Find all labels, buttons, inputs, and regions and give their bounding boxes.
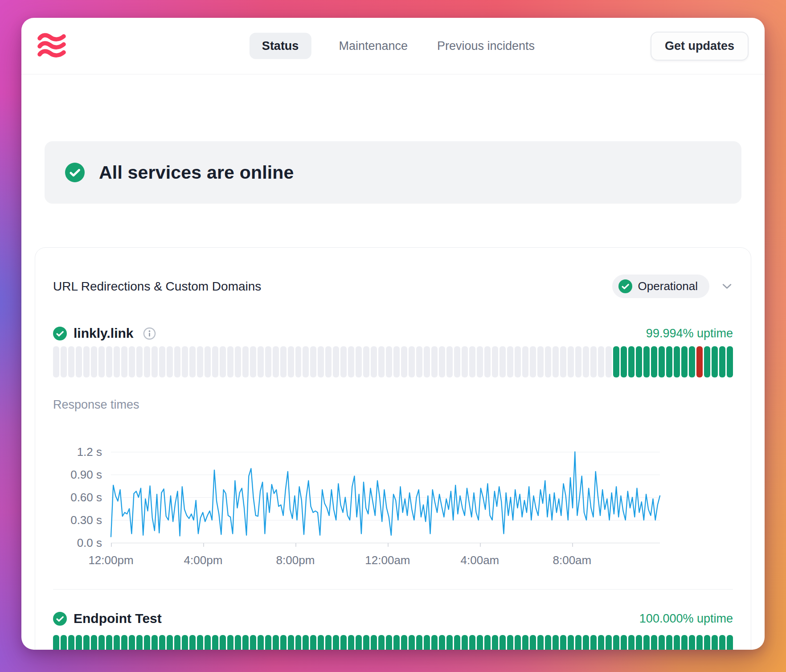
uptime-day-bar-empty[interactable] [401,346,407,377]
uptime-day-bar-up[interactable] [727,635,733,650]
uptime-day-bar-empty[interactable] [144,346,150,377]
uptime-day-bar-up[interactable] [689,346,695,377]
uptime-day-bar-empty[interactable] [340,346,347,377]
uptime-day-bar-up[interactable] [568,635,574,650]
uptime-day-bar-empty[interactable] [530,346,536,377]
uptime-day-bar-up[interactable] [681,635,688,650]
uptime-day-bar-up[interactable] [393,635,400,650]
uptime-day-bar-up[interactable] [227,635,233,650]
uptime-day-bar-up[interactable] [325,635,332,650]
uptime-day-bar-up[interactable] [53,635,59,650]
uptime-day-bar-empty[interactable] [477,346,483,377]
uptime-day-bar-empty[interactable] [220,346,226,377]
uptime-day-bar-up[interactable] [205,635,211,650]
uptime-day-bar-up[interactable] [515,635,521,650]
uptime-day-bar-empty[interactable] [212,346,218,377]
uptime-day-bar-empty[interactable] [409,346,415,377]
uptime-day-bar-up[interactable] [590,635,597,650]
uptime-day-bar-empty[interactable] [507,346,513,377]
uptime-day-bar-empty[interactable] [499,346,506,377]
uptime-day-bar-up[interactable] [477,635,483,650]
uptime-day-bar-up[interactable] [61,635,67,650]
uptime-day-bar-up[interactable] [492,635,498,650]
uptime-day-bar-empty[interactable] [280,346,287,377]
uptime-day-bar-up[interactable] [651,635,657,650]
uptime-day-bar-empty[interactable] [393,346,400,377]
uptime-day-bar-empty[interactable] [91,346,97,377]
uptime-day-bar-up[interactable] [295,635,302,650]
uptime-day-bar-empty[interactable] [454,346,460,377]
uptime-day-bar-up[interactable] [250,635,256,650]
uptime-day-bar-empty[interactable] [121,346,127,377]
uptime-day-bar-empty[interactable] [174,346,180,377]
uptime-day-bar-up[interactable] [106,635,112,650]
uptime-day-bar-up[interactable] [636,635,642,650]
uptime-day-bar-empty[interactable] [348,346,354,377]
uptime-day-bar-up[interactable] [643,635,650,650]
uptime-day-bar-empty[interactable] [106,346,112,377]
uptime-day-bar-empty[interactable] [583,346,589,377]
uptime-day-bar-up[interactable] [189,635,196,650]
uptime-day-bar-up[interactable] [643,346,650,377]
uptime-day-bar-up[interactable] [424,635,430,650]
uptime-day-bar-up[interactable] [469,635,475,650]
uptime-day-bar-up[interactable] [310,635,316,650]
tab-previous-incidents[interactable]: Previous incidents [435,33,536,59]
uptime-day-bar-up[interactable] [719,346,725,377]
uptime-day-bar-empty[interactable] [363,346,369,377]
uptime-day-bar-empty[interactable] [492,346,498,377]
uptime-day-bar-up[interactable] [182,635,188,650]
uptime-day-bar-up[interactable] [613,346,619,377]
uptime-day-bar-up[interactable] [712,346,718,377]
uptime-day-bar-up[interactable] [575,635,581,650]
uptime-day-bar-up[interactable] [537,635,544,650]
uptime-day-bar-up[interactable] [98,635,105,650]
uptime-day-bar-up[interactable] [114,635,120,650]
uptime-day-bar-up[interactable] [258,635,264,650]
uptime-day-bar-up[interactable] [303,635,309,650]
uptime-day-bar-empty[interactable] [598,346,604,377]
uptime-day-bar-up[interactable] [674,346,680,377]
tab-maintenance[interactable]: Maintenance [337,33,409,59]
uptime-day-bar-up[interactable] [583,635,589,650]
uptime-day-bar-empty[interactable] [303,346,309,377]
uptime-day-bar-up[interactable] [628,635,635,650]
uptime-day-bar-empty[interactable] [318,346,324,377]
uptime-day-bar-up[interactable] [484,635,491,650]
uptime-day-bar-up[interactable] [499,635,506,650]
uptime-day-bar-up[interactable] [318,635,324,650]
uptime-day-bar-up[interactable] [553,635,559,650]
uptime-day-bar-empty[interactable] [325,346,332,377]
uptime-day-bar-empty[interactable] [242,346,249,377]
uptime-day-bar-empty[interactable] [416,346,422,377]
uptime-day-bar-empty[interactable] [590,346,597,377]
uptime-day-bar-up[interactable] [636,346,642,377]
uptime-day-bar-up[interactable] [235,635,241,650]
uptime-day-bar-up[interactable] [288,635,294,650]
uptime-day-bar-up[interactable] [446,635,453,650]
uptime-day-bar-empty[interactable] [537,346,544,377]
uptime-day-bar-up[interactable] [121,635,127,650]
uptime-day-bar-empty[interactable] [197,346,203,377]
uptime-day-bar-up[interactable] [83,635,90,650]
uptime-day-bar-empty[interactable] [273,346,279,377]
uptime-day-bar-up[interactable] [689,635,695,650]
uptime-day-bar-empty[interactable] [515,346,521,377]
operational-badge[interactable]: Operational [612,275,709,298]
uptime-day-bar-empty[interactable] [53,346,59,377]
uptime-day-bar-empty[interactable] [575,346,581,377]
uptime-day-bar-up[interactable] [621,635,627,650]
uptime-day-bar-empty[interactable] [386,346,392,377]
uptime-day-bar-up[interactable] [666,346,672,377]
uptime-day-bar-up[interactable] [674,635,680,650]
uptime-day-bar-up[interactable] [348,635,354,650]
tab-status[interactable]: Status [250,33,311,59]
uptime-day-bar-empty[interactable] [333,346,339,377]
uptime-day-bar-empty[interactable] [68,346,74,377]
uptime-day-bar-up[interactable] [340,635,347,650]
uptime-day-bar-up[interactable] [704,346,710,377]
uptime-day-bar-up[interactable] [174,635,180,650]
uptime-day-bar-empty[interactable] [295,346,302,377]
uptime-day-bar-empty[interactable] [560,346,566,377]
uptime-day-bar-empty[interactable] [288,346,294,377]
